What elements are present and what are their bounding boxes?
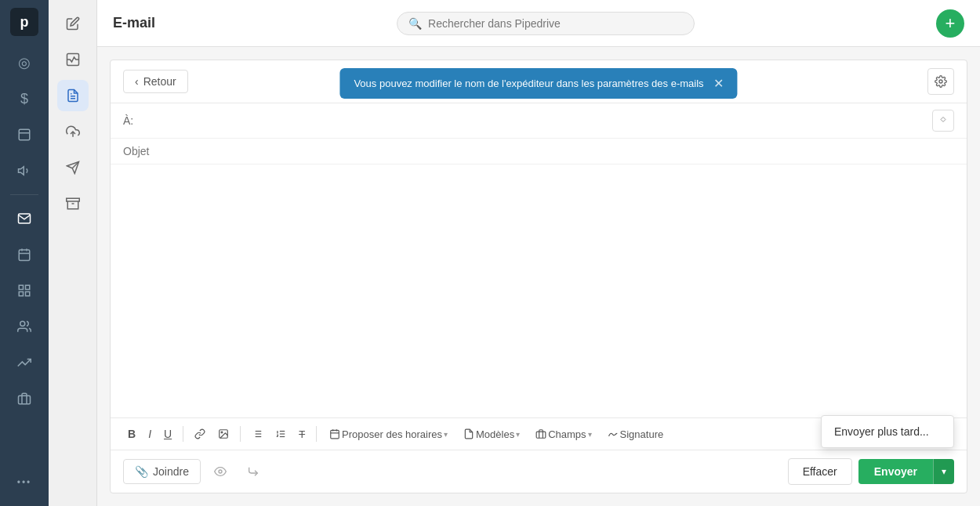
email-compose: Vous pouvez modifier le nom de l'expédit… [110, 60, 967, 493]
bottom-bar: 📎 Joindre Effacer Envoyer ▾ E [111, 450, 967, 493]
send-later-item[interactable]: Envoyer plus tard... [822, 416, 953, 447]
arrow-button[interactable] [240, 458, 267, 485]
clear-format-button[interactable]: T [294, 425, 310, 443]
add-button[interactable]: + [936, 9, 964, 38]
image-icon [218, 428, 229, 439]
left-navigation: p ◎ $ ••• [0, 0, 49, 506]
sec-item-outbox[interactable] [57, 116, 89, 147]
svg-point-10 [20, 321, 25, 326]
send-dropdown-chevron-icon: ▾ [942, 466, 946, 477]
notification-banner: Vous pouvez modifier le nom de l'expédit… [339, 68, 737, 99]
notification-close-icon[interactable]: ✕ [713, 76, 724, 91]
subject-field-row [111, 139, 967, 164]
nav-item-growth[interactable] [9, 347, 40, 378]
nav-item-reports[interactable] [9, 275, 40, 306]
preview-button[interactable] [207, 458, 234, 485]
send-dropdown-button[interactable]: ▾ [933, 459, 954, 484]
search-icon: 🔍 [408, 17, 422, 30]
search-bar: 🔍 [168, 12, 924, 35]
email-body[interactable] [111, 164, 967, 417]
signature-button[interactable]: Signature [601, 425, 670, 443]
to-field-row: À: [111, 103, 967, 139]
svg-point-20 [939, 80, 942, 83]
link-button[interactable] [190, 425, 210, 443]
send-group: Envoyer ▾ Envoyer plus tard... [858, 459, 954, 484]
settings-button[interactable] [927, 68, 954, 95]
image-button[interactable] [213, 425, 234, 443]
sec-item-compose-new[interactable] [57, 8, 89, 39]
fields-chevron-icon: ▾ [588, 430, 592, 439]
sec-item-sent[interactable] [57, 152, 89, 183]
expand-icon [938, 116, 948, 125]
svg-rect-9 [26, 292, 30, 296]
back-button[interactable]: ‹ Retour [123, 70, 188, 93]
nav-item-contacts[interactable] [9, 311, 40, 342]
expand-button[interactable] [932, 110, 954, 132]
italic-button[interactable]: I [143, 425, 156, 443]
to-label: À: [123, 114, 142, 127]
svg-rect-18 [66, 198, 79, 201]
send-button[interactable]: Envoyer [858, 459, 933, 484]
to-input[interactable] [148, 114, 926, 127]
templates-chevron-icon: ▾ [516, 430, 520, 439]
nav-item-more[interactable]: ••• [9, 467, 40, 498]
top-header: E-mail 🔍 + [97, 0, 980, 47]
search-input-wrap[interactable]: 🔍 [397, 12, 695, 35]
svg-rect-2 [19, 250, 30, 261]
bold-button[interactable]: B [123, 425, 140, 443]
svg-rect-32 [331, 430, 339, 439]
attach-icon: 📎 [135, 465, 148, 478]
nav-item-briefcase[interactable] [9, 383, 40, 414]
numbered-list-icon [275, 428, 286, 439]
templates-button[interactable]: Modèles ▾ [457, 425, 526, 443]
svg-point-37 [219, 470, 222, 473]
eye-icon [214, 465, 227, 478]
page-title: E-mail [113, 15, 155, 31]
templates-icon [463, 428, 474, 439]
underline-button[interactable]: U [159, 425, 176, 443]
nav-item-inbox[interactable] [9, 119, 40, 150]
back-chevron-icon: ‹ [135, 75, 139, 88]
svg-rect-7 [26, 285, 30, 289]
toolbar-separator-3 [316, 426, 317, 442]
sec-item-archive[interactable] [57, 188, 89, 219]
bullet-list-icon [252, 428, 263, 439]
signature-icon [608, 428, 619, 439]
schedule-icon [329, 428, 340, 439]
schedule-button[interactable]: Proposer des horaires ▾ [323, 425, 454, 443]
svg-rect-11 [19, 396, 31, 404]
nav-item-campaigns[interactable] [9, 155, 40, 186]
fields-button[interactable]: Champs ▾ [529, 425, 597, 443]
secondary-navigation [49, 0, 97, 506]
nav-item-deals[interactable]: $ [9, 83, 40, 114]
nav-item-calendar[interactable] [9, 239, 40, 270]
main-area: E-mail 🔍 + Vous pouvez modifier le nom d… [97, 0, 980, 506]
forward-icon [247, 465, 260, 478]
nav-item-focus[interactable]: ◎ [9, 47, 40, 78]
clear-button[interactable]: Effacer [788, 458, 852, 485]
gear-icon [935, 75, 947, 88]
subject-input[interactable] [123, 145, 954, 157]
notification-text: Vous pouvez modifier le nom de l'expédit… [354, 78, 703, 89]
svg-rect-0 [19, 129, 30, 140]
toolbar-separator-2 [240, 426, 241, 442]
schedule-chevron-icon: ▾ [444, 430, 448, 439]
nav-item-email[interactable] [9, 203, 40, 234]
svg-marker-1 [19, 167, 24, 175]
bullet-list-button[interactable] [247, 425, 267, 443]
search-input[interactable] [428, 17, 683, 30]
content-area: Vous pouvez modifier le nom de l'expédit… [97, 47, 980, 506]
app-logo: p [10, 8, 38, 36]
sec-item-compose-active[interactable] [57, 80, 89, 111]
fields-icon [535, 428, 546, 439]
svg-rect-6 [19, 285, 23, 289]
sec-item-inbox[interactable] [57, 44, 89, 75]
send-dropdown-menu: Envoyer plus tard... [821, 415, 954, 448]
attach-button[interactable]: 📎 Joindre [123, 459, 201, 484]
link-icon [194, 428, 205, 439]
numbered-list-button[interactable] [270, 425, 291, 443]
svg-rect-36 [536, 432, 546, 438]
toolbar-separator-1 [183, 426, 183, 442]
svg-rect-8 [19, 292, 23, 296]
nav-divider [10, 194, 38, 195]
